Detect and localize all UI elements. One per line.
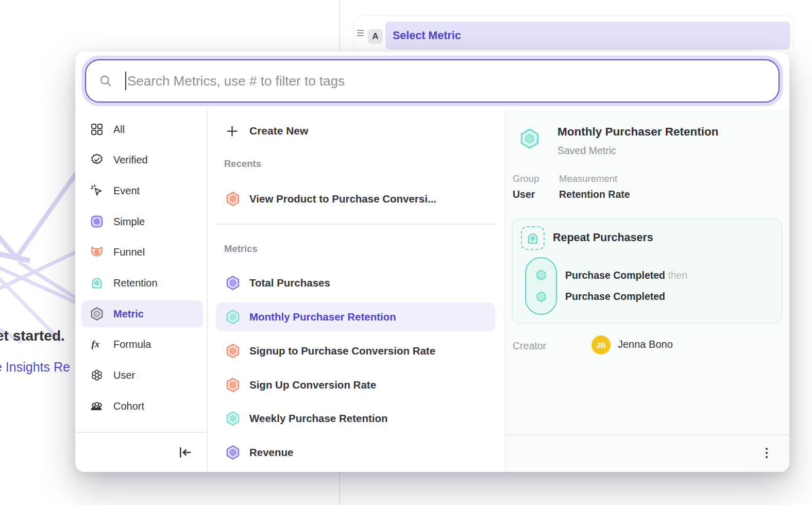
sidebar-item-label: Event: [113, 185, 140, 197]
sidebar-item-label: Retention: [113, 277, 158, 289]
metric-type-icon-large: [519, 128, 540, 149]
sidebar-item-label: Cohort: [113, 400, 144, 412]
drag-handle-icon[interactable]: [357, 28, 366, 38]
metric-list-item[interactable]: Sign Up Conversion Rate: [216, 371, 495, 399]
step-hexagon-icon: [534, 290, 548, 304]
sidebar-item-label: Verified: [113, 154, 148, 166]
metric-type-icon: [225, 445, 241, 460]
metric-picker-modal: All Verified Event Simple: [75, 52, 789, 472]
definition-name: Repeat Purchasers: [553, 231, 653, 244]
detail-title: Monthly Purchaser Retention: [557, 125, 719, 139]
sidebar-footer-divider: [75, 432, 207, 433]
search-focus-ring: [81, 56, 783, 106]
screen: et started. e Insights Re A Select Metri…: [0, 0, 812, 505]
metric-type-icon: [225, 377, 241, 393]
retention-arch-icon: [90, 276, 104, 290]
cursor-click-icon: [90, 183, 104, 198]
metric-list-item[interactable]: Signup to Purchase Conversion Rate: [216, 336, 495, 365]
create-new-label: Create New: [249, 125, 308, 137]
measurement-label: Measurement: [559, 173, 617, 184]
sidebar-item-simple[interactable]: Simple: [81, 208, 203, 235]
sidebar-item-label: Metric: [113, 308, 144, 320]
funnel-icon: [90, 245, 104, 259]
sidebar-item-label: Simple: [113, 216, 145, 228]
formula-fx-icon: fx: [90, 337, 104, 351]
step-2: Purchase Completed: [565, 291, 665, 302]
create-new-button[interactable]: Create New: [216, 117, 495, 144]
creator-name: Jenna Bono: [618, 339, 673, 350]
sidebar-item-cohort[interactable]: Cohort: [81, 393, 203, 419]
behavior-icon: [521, 226, 545, 250]
detail-subtitle: Saved Metric: [557, 145, 616, 157]
background-chart-illustration: [0, 170, 77, 345]
metric-block-card: A Select Metric: [353, 15, 794, 54]
metric-type-icon: [225, 343, 241, 359]
steps-group-shape: [525, 257, 557, 315]
metric-type-icon: [225, 275, 241, 291]
sidebar-item-user[interactable]: User: [81, 362, 203, 389]
metric-definition-card: Repeat Purchasers Purchase Completed the…: [512, 218, 782, 324]
recent-item-label: View Product to Purchase Conversi...: [249, 193, 436, 205]
metric-item-label: Signup to Purchase Conversion Rate: [249, 345, 435, 357]
metric-list-item[interactable]: Revenue: [216, 438, 495, 467]
metric-hexagon-icon: [90, 307, 104, 321]
sidebar-item-label: Formula: [113, 339, 151, 350]
sidebar-item-event[interactable]: Event: [81, 177, 203, 204]
metric-item-label: Sign Up Conversion Rate: [249, 379, 376, 391]
svg-text:fx: fx: [92, 339, 100, 349]
simple-square-icon: [90, 214, 104, 229]
metric-item-label: Total Purchases: [249, 277, 330, 289]
metric-item-label: Monthly Purchaser Retention: [249, 311, 396, 323]
verified-badge-icon: [90, 153, 104, 167]
metric-list-item[interactable]: Weekly Purchase Retention: [216, 404, 495, 433]
sidebar-item-retention[interactable]: Retention: [81, 270, 203, 296]
sidebar-item-verified[interactable]: Verified: [81, 146, 203, 173]
step-1: Purchase Completed then: [565, 270, 687, 281]
step-hexagon-icon: [534, 268, 548, 282]
background-insights-link-fragment[interactable]: e Insights Re: [0, 360, 70, 375]
group-label: Group: [513, 173, 539, 184]
search-field[interactable]: [85, 59, 780, 103]
metric-list-item-selected[interactable]: Monthly Purchaser Retention: [216, 302, 495, 331]
select-metric-button[interactable]: Select Metric: [385, 22, 790, 49]
step-2-event: Purchase Completed: [565, 291, 665, 302]
metrics-header: Metrics: [224, 243, 258, 255]
search-icon: [98, 74, 113, 88]
sidebar-item-funnel[interactable]: Funnel: [81, 239, 203, 265]
grid-icon: [90, 122, 104, 137]
measurement-value: Retention Rate: [559, 189, 630, 200]
metric-item-label: Revenue: [249, 446, 293, 459]
more-options-icon[interactable]: [760, 445, 773, 461]
creator-label: Creator: [513, 340, 546, 352]
sidebar-item-label: All: [113, 124, 125, 136]
sidebar-item-formula[interactable]: fx Formula: [81, 331, 203, 358]
user-cluster-icon: [90, 368, 104, 382]
group-value: User: [513, 189, 535, 200]
metric-type-icon: [225, 309, 241, 325]
cohort-people-icon: [90, 399, 104, 413]
sidebar-item-metric[interactable]: Metric: [81, 300, 203, 327]
recents-metrics-divider: [216, 224, 495, 225]
metric-item-label: Weekly Purchase Retention: [249, 412, 388, 425]
collapse-panel-icon[interactable]: [177, 445, 193, 460]
metric-list-item[interactable]: Total Purchases: [216, 268, 495, 297]
step-1-event: Purchase Completed: [565, 270, 665, 281]
recents-header: Recents: [224, 158, 261, 170]
creator-avatar: JB: [591, 335, 611, 355]
recent-item[interactable]: View Product to Purchase Conversi...: [216, 184, 495, 213]
block-letter-badge: A: [368, 29, 383, 44]
sidebar-item-label: User: [113, 369, 135, 381]
sidebar-item-label: Funnel: [113, 246, 145, 258]
plus-icon: [225, 124, 239, 138]
metric-type-icon: [225, 411, 241, 426]
sidebar-divider: [207, 110, 208, 472]
search-input[interactable]: [127, 73, 779, 89]
metric-type-icon: [225, 191, 241, 207]
background-heading-fragment: et started.: [0, 328, 65, 344]
detail-footer-divider: [505, 434, 789, 435]
step-connector: then: [668, 270, 687, 281]
text-caret: [125, 72, 126, 90]
sidebar-item-all[interactable]: All: [81, 116, 203, 143]
